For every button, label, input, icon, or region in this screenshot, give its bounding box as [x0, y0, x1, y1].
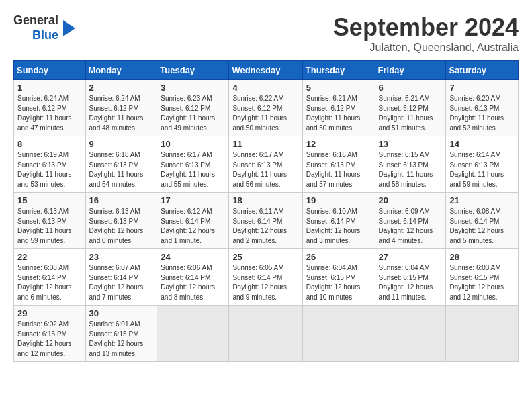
- day-info: Sunrise: 6:17 AMSunset: 6:13 PMDaylight:…: [161, 150, 225, 189]
- calendar-cell: 14 Sunrise: 6:14 AMSunset: 6:13 PMDaylig…: [446, 136, 519, 193]
- day-number: 28: [449, 252, 515, 262]
- day-info: Sunrise: 6:10 AMSunset: 6:14 PMDaylight:…: [306, 207, 371, 246]
- header-wednesday: Wednesday: [229, 61, 302, 80]
- calendar-cell: 18 Sunrise: 6:11 AMSunset: 6:14 PMDaylig…: [229, 193, 302, 249]
- day-info: Sunrise: 6:03 AMSunset: 6:15 PMDaylight:…: [449, 263, 515, 302]
- logo-arrow-icon: [63, 20, 75, 36]
- day-number: 20: [379, 195, 443, 205]
- calendar-week-row: 22 Sunrise: 6:08 AMSunset: 6:14 PMDaylig…: [14, 249, 519, 306]
- calendar-cell: 3 Sunrise: 6:23 AMSunset: 6:12 PMDayligh…: [157, 80, 229, 136]
- day-number: 24: [161, 252, 225, 262]
- day-number: 13: [379, 139, 443, 149]
- calendar-cell: 22 Sunrise: 6:08 AMSunset: 6:14 PMDaylig…: [14, 249, 86, 306]
- logo: General Blue: [13, 13, 75, 42]
- day-info: Sunrise: 6:24 AMSunset: 6:12 PMDaylight:…: [17, 94, 82, 133]
- day-info: Sunrise: 6:08 AMSunset: 6:14 PMDaylight:…: [449, 207, 515, 246]
- header-monday: Monday: [85, 61, 157, 80]
- day-number: 25: [232, 252, 298, 262]
- day-info: Sunrise: 6:18 AMSunset: 6:13 PMDaylight:…: [89, 150, 154, 189]
- day-number: 4: [232, 83, 298, 93]
- day-number: 17: [161, 195, 225, 205]
- calendar-cell: 15 Sunrise: 6:13 AMSunset: 6:13 PMDaylig…: [14, 193, 86, 249]
- day-number: 1: [17, 83, 82, 93]
- logo-general: General: [13, 13, 58, 28]
- day-number: 30: [89, 308, 154, 318]
- day-number: 21: [449, 195, 515, 205]
- calendar-cell: 9 Sunrise: 6:18 AMSunset: 6:13 PMDayligh…: [85, 136, 157, 193]
- day-number: 26: [306, 252, 371, 262]
- day-info: Sunrise: 6:24 AMSunset: 6:12 PMDaylight:…: [89, 94, 154, 133]
- calendar-header-row: SundayMondayTuesdayWednesdayThursdayFrid…: [14, 61, 519, 80]
- day-info: Sunrise: 6:14 AMSunset: 6:13 PMDaylight:…: [449, 150, 515, 189]
- day-info: Sunrise: 6:04 AMSunset: 6:15 PMDaylight:…: [306, 263, 371, 302]
- day-info: Sunrise: 6:05 AMSunset: 6:14 PMDaylight:…: [232, 263, 298, 302]
- calendar-cell: 19 Sunrise: 6:10 AMSunset: 6:14 PMDaylig…: [302, 193, 375, 249]
- calendar-cell: [446, 306, 519, 362]
- calendar-cell: 24 Sunrise: 6:06 AMSunset: 6:14 PMDaylig…: [157, 249, 229, 306]
- day-info: Sunrise: 6:17 AMSunset: 6:13 PMDaylight:…: [232, 150, 298, 189]
- calendar-cell: 5 Sunrise: 6:21 AMSunset: 6:12 PMDayligh…: [302, 80, 375, 136]
- day-info: Sunrise: 6:15 AMSunset: 6:13 PMDaylight:…: [379, 150, 443, 189]
- day-number: 3: [161, 83, 225, 93]
- day-number: 14: [449, 139, 515, 149]
- calendar-cell: 10 Sunrise: 6:17 AMSunset: 6:13 PMDaylig…: [157, 136, 229, 193]
- day-info: Sunrise: 6:21 AMSunset: 6:12 PMDaylight:…: [379, 94, 443, 133]
- calendar-cell: 23 Sunrise: 6:07 AMSunset: 6:14 PMDaylig…: [85, 249, 157, 306]
- calendar-cell: 8 Sunrise: 6:19 AMSunset: 6:13 PMDayligh…: [14, 136, 86, 193]
- calendar-cell: [229, 306, 302, 362]
- day-number: 16: [89, 195, 154, 205]
- day-info: Sunrise: 6:04 AMSunset: 6:15 PMDaylight:…: [379, 263, 443, 302]
- day-info: Sunrise: 6:23 AMSunset: 6:12 PMDaylight:…: [161, 94, 225, 133]
- month-title: September 2024: [333, 13, 519, 42]
- day-number: 2: [89, 83, 154, 93]
- calendar-cell: 4 Sunrise: 6:22 AMSunset: 6:12 PMDayligh…: [229, 80, 302, 136]
- calendar-cell: 21 Sunrise: 6:08 AMSunset: 6:14 PMDaylig…: [446, 193, 519, 249]
- day-info: Sunrise: 6:16 AMSunset: 6:13 PMDaylight:…: [306, 150, 371, 189]
- calendar-cell: [157, 306, 229, 362]
- day-info: Sunrise: 6:13 AMSunset: 6:13 PMDaylight:…: [89, 207, 154, 246]
- calendar-cell: [302, 306, 375, 362]
- day-info: Sunrise: 6:13 AMSunset: 6:13 PMDaylight:…: [17, 207, 82, 246]
- day-info: Sunrise: 6:08 AMSunset: 6:14 PMDaylight:…: [17, 263, 82, 302]
- calendar-cell: 2 Sunrise: 6:24 AMSunset: 6:12 PMDayligh…: [85, 80, 157, 136]
- header-tuesday: Tuesday: [157, 61, 229, 80]
- calendar-cell: 20 Sunrise: 6:09 AMSunset: 6:14 PMDaylig…: [375, 193, 446, 249]
- calendar-cell: 26 Sunrise: 6:04 AMSunset: 6:15 PMDaylig…: [302, 249, 375, 306]
- day-info: Sunrise: 6:22 AMSunset: 6:12 PMDaylight:…: [232, 94, 298, 133]
- calendar-cell: 12 Sunrise: 6:16 AMSunset: 6:13 PMDaylig…: [302, 136, 375, 193]
- day-info: Sunrise: 6:01 AMSunset: 6:15 PMDaylight:…: [89, 320, 154, 359]
- calendar-cell: 29 Sunrise: 6:02 AMSunset: 6:15 PMDaylig…: [14, 306, 86, 362]
- day-number: 23: [89, 252, 154, 262]
- calendar-week-row: 29 Sunrise: 6:02 AMSunset: 6:15 PMDaylig…: [14, 306, 519, 362]
- day-number: 7: [449, 83, 515, 93]
- calendar-week-row: 15 Sunrise: 6:13 AMSunset: 6:13 PMDaylig…: [14, 193, 519, 249]
- day-info: Sunrise: 6:06 AMSunset: 6:14 PMDaylight:…: [161, 263, 225, 302]
- location-subtitle: Julatten, Queensland, Australia: [333, 42, 519, 54]
- calendar-cell: 17 Sunrise: 6:12 AMSunset: 6:14 PMDaylig…: [157, 193, 229, 249]
- calendar-week-row: 8 Sunrise: 6:19 AMSunset: 6:13 PMDayligh…: [14, 136, 519, 193]
- header-thursday: Thursday: [302, 61, 375, 80]
- header-saturday: Saturday: [446, 61, 519, 80]
- day-number: 10: [161, 139, 225, 149]
- day-number: 22: [17, 252, 82, 262]
- day-number: 6: [379, 83, 443, 93]
- header-sunday: Sunday: [14, 61, 86, 80]
- header-friday: Friday: [375, 61, 446, 80]
- calendar-table: SundayMondayTuesdayWednesdayThursdayFrid…: [13, 60, 519, 362]
- calendar-cell: 30 Sunrise: 6:01 AMSunset: 6:15 PMDaylig…: [85, 306, 157, 362]
- day-info: Sunrise: 6:19 AMSunset: 6:13 PMDaylight:…: [17, 150, 82, 189]
- day-info: Sunrise: 6:20 AMSunset: 6:13 PMDaylight:…: [449, 94, 515, 133]
- calendar-cell: 25 Sunrise: 6:05 AMSunset: 6:14 PMDaylig…: [229, 249, 302, 306]
- day-number: 8: [17, 139, 82, 149]
- day-info: Sunrise: 6:21 AMSunset: 6:12 PMDaylight:…: [306, 94, 371, 133]
- day-number: 18: [232, 195, 298, 205]
- day-number: 11: [232, 139, 298, 149]
- day-number: 15: [17, 195, 82, 205]
- calendar-cell: 16 Sunrise: 6:13 AMSunset: 6:13 PMDaylig…: [85, 193, 157, 249]
- calendar-cell: 7 Sunrise: 6:20 AMSunset: 6:13 PMDayligh…: [446, 80, 519, 136]
- calendar-cell: 13 Sunrise: 6:15 AMSunset: 6:13 PMDaylig…: [375, 136, 446, 193]
- day-number: 27: [379, 252, 443, 262]
- calendar-cell: 6 Sunrise: 6:21 AMSunset: 6:12 PMDayligh…: [375, 80, 446, 136]
- day-info: Sunrise: 6:11 AMSunset: 6:14 PMDaylight:…: [232, 207, 298, 246]
- day-info: Sunrise: 6:09 AMSunset: 6:14 PMDaylight:…: [379, 207, 443, 246]
